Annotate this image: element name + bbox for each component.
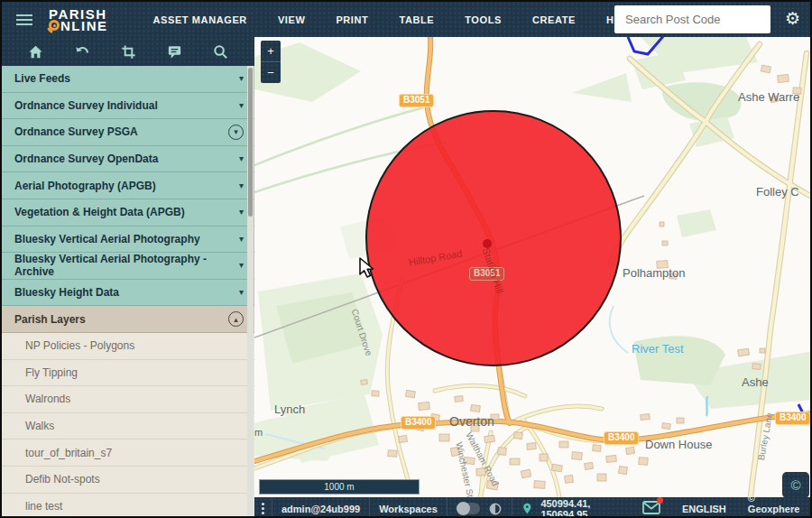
toggle-knob[interactable] xyxy=(457,502,470,515)
layer-np-policies[interactable]: NP Policies - Polygons xyxy=(2,333,254,360)
layer-defib-notspots[interactable]: Defib Not-spots xyxy=(2,467,254,494)
map-canvas[interactable]: + − 1000 m © B3051 B3051 B3400 B3400 B34… xyxy=(254,37,812,497)
layer-group-live-feeds[interactable]: Live Feeds▾ xyxy=(2,66,254,93)
chevron-down-circle-icon[interactable]: ▾ xyxy=(228,125,244,140)
menu-create[interactable]: CREATE xyxy=(532,14,576,25)
contrast-icon[interactable] xyxy=(488,502,503,516)
search-input[interactable] xyxy=(614,13,784,26)
layer-group-os-opendata[interactable]: Ordnance Survey OpenData▾ xyxy=(2,146,254,173)
buffer-circle-feature[interactable] xyxy=(366,111,621,365)
chevron-down-icon[interactable]: ▾ xyxy=(239,101,244,110)
chevron-down-icon[interactable]: ▾ xyxy=(239,154,244,163)
zoom-out-button[interactable]: − xyxy=(261,62,281,83)
menu-print[interactable]: PRINT xyxy=(336,14,368,25)
basemap xyxy=(254,37,812,497)
menu-tools[interactable]: TOOLS xyxy=(465,14,502,25)
parish-online-app: PARISH NLINE ASSET MANAGER VIEW PRINT TA… xyxy=(0,0,812,518)
chevron-down-icon[interactable]: ▾ xyxy=(239,208,244,217)
location-pin-icon xyxy=(521,501,533,516)
layer-group-os-psga[interactable]: Ordnance Survey PSGA▾ xyxy=(2,119,254,146)
postcode-search: ▾ xyxy=(614,5,770,33)
layer-line-test[interactable]: line test xyxy=(2,494,254,518)
kebab-menu-icon[interactable] xyxy=(254,497,272,518)
logged-in-user[interactable]: admin@24ub999 xyxy=(272,497,370,518)
undo-icon[interactable] xyxy=(73,43,91,60)
search-icon[interactable] xyxy=(212,43,229,60)
geoxphere-copyright: © Geoxphere 2026 xyxy=(739,493,812,518)
status-bar: admin@24ub999 Workspaces 450994.41, 1506… xyxy=(254,497,812,518)
layer-group-os-individual[interactable]: Ordnance Survey Individual▾ xyxy=(2,93,254,120)
scale-bar: 1000 m xyxy=(259,479,420,495)
layer-group-aerial-apgb[interactable]: Aerial Photography (APGB)▾ xyxy=(2,172,254,199)
layer-group-bluesky-height[interactable]: Bluesky Height Data▾ xyxy=(2,280,254,307)
language-selector[interactable]: ENGLISH xyxy=(669,504,739,514)
chevron-down-icon[interactable]: ▾ xyxy=(239,288,244,297)
theme-toggle[interactable] xyxy=(457,503,480,514)
home-icon[interactable] xyxy=(27,43,44,60)
crop-icon[interactable] xyxy=(120,43,137,60)
zoom-control: + − xyxy=(261,41,281,83)
layer-walks[interactable]: Walks xyxy=(2,413,254,440)
cursor-coordinates: 450994.41, 150694.95 xyxy=(540,498,624,518)
chevron-up-circle-icon[interactable]: ▴ xyxy=(228,311,244,327)
map-toolbar xyxy=(2,37,254,66)
layer-fly-tipping[interactable]: Fly Tipping xyxy=(2,360,254,387)
zoom-in-button[interactable]: + xyxy=(261,41,281,62)
layers-sidebar: Live Feeds▾ Ordnance Survey Individual▾ … xyxy=(2,66,254,518)
sidebar-scrollbar[interactable] xyxy=(247,66,254,518)
comment-icon[interactable] xyxy=(166,43,183,60)
app-logo: PARISH NLINE xyxy=(49,8,108,32)
chevron-down-icon[interactable]: ▾ xyxy=(239,74,244,83)
menu-view[interactable]: VIEW xyxy=(278,14,306,25)
magnifier-o-icon xyxy=(49,20,60,31)
hamburger-menu-icon[interactable] xyxy=(16,12,32,28)
layer-group-parish-layers[interactable]: Parish Layers▴ xyxy=(2,306,254,333)
view-toggles xyxy=(448,497,512,518)
notification-dot xyxy=(657,497,663,504)
layer-group-bluesky-archive[interactable]: Bluesky Vertical Aerial Photography - Ar… xyxy=(2,253,254,280)
menu-table[interactable]: TABLE xyxy=(399,14,434,25)
layer-group-bluesky-vertical[interactable]: Bluesky Vertical Aerial Photography▾ xyxy=(2,227,254,254)
settings-gear-icon[interactable]: ⚙ xyxy=(785,9,800,29)
main-menu: ASSET MANAGER VIEW PRINT TABLE TOOLS CRE… xyxy=(153,14,635,25)
workspaces-button[interactable]: Workspaces xyxy=(370,497,448,518)
menu-asset-manager[interactable]: ASSET MANAGER xyxy=(153,14,247,25)
coordinates-group: 450994.41, 150694.95 xyxy=(512,497,633,518)
layer-walronds[interactable]: Walronds xyxy=(2,386,254,413)
chevron-down-icon[interactable]: ▾ xyxy=(239,235,244,244)
chevron-down-icon[interactable]: ▾ xyxy=(239,181,244,190)
top-bar: PARISH NLINE ASSET MANAGER VIEW PRINT TA… xyxy=(2,2,810,37)
layer-group-vegetation-apgb[interactable]: Vegetation & Height Data (APGB)▾ xyxy=(2,199,254,227)
buffer-center-point xyxy=(483,239,492,248)
chevron-down-icon[interactable]: ▾ xyxy=(239,261,244,270)
layer-tour-of-britain[interactable]: tour_of_britain_s7 xyxy=(2,439,254,467)
messages-button[interactable] xyxy=(633,501,669,516)
scrollbar-thumb[interactable] xyxy=(248,68,253,217)
logo-line2: NLINE xyxy=(60,20,108,32)
